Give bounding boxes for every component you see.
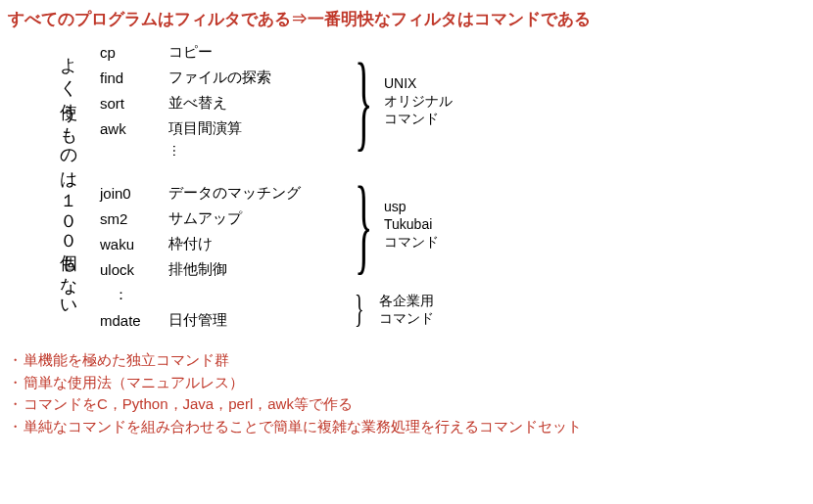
brace-group-usp: } usp Tukubai コマンド — [355, 161, 453, 287]
vertical-dots-icon: … — [100, 144, 186, 163]
label-line: 各企業用 — [379, 292, 434, 309]
bullet-item: ・ コマンドをC，Python，Java，perl，awk等で作る — [8, 393, 805, 416]
brace-icon: } — [355, 53, 365, 150]
bullet-mark-icon: ・ — [8, 416, 24, 438]
label-line: Tukubai — [384, 215, 439, 233]
command-desc: 枠付け — [168, 235, 335, 253]
command-column: cp コピー find ファイルの探索 sort 並べ替え awk 項目間演算 … — [100, 40, 335, 332]
command-row: join0 データのマッチング — [100, 181, 335, 205]
group-label: UNIX オリジナル コマンド — [384, 74, 453, 128]
command-desc: 並べ替え — [168, 94, 335, 113]
bullet-text: コマンドをC，Python，Java，perl，awk等で作る — [24, 393, 353, 416]
brace-icon: } — [355, 176, 365, 273]
colon-icon: ： — [100, 286, 182, 304]
bullet-item: ・ 簡単な使用法（マニュアルレス） — [8, 372, 805, 394]
label-line: usp — [384, 198, 439, 215]
bullet-item: ・ 単機能を極めた独立コマンド群 — [8, 349, 805, 372]
bullet-mark-icon: ・ — [8, 393, 24, 416]
bullet-text: 単機能を極めた独立コマンド群 — [24, 349, 229, 372]
command-name: waku — [100, 236, 168, 252]
command-desc: 排他制御 — [168, 260, 335, 279]
brace-icon: } — [355, 294, 367, 325]
command-row: find ファイルの探索 — [100, 66, 335, 89]
command-desc: データのマッチング — [168, 184, 335, 203]
command-name: join0 — [100, 185, 168, 202]
command-row: ulock 排他制御 — [100, 257, 335, 281]
brace-group-enterprise: } 各企業用 コマンド — [355, 293, 453, 326]
label-line: コマンド — [384, 110, 453, 127]
command-name: mdate — [100, 312, 168, 329]
ellipsis-row: ： — [100, 283, 335, 306]
command-row: awk 項目間演算 — [100, 116, 335, 140]
command-row: waku 枠付け — [100, 232, 335, 255]
command-name: find — [100, 69, 168, 86]
slide-title: すべてのプログラムはフィルタである⇒一番明快なフィルタはコマンドである — [8, 8, 805, 30]
label-line: コマンド — [384, 233, 439, 251]
vertical-caption: よく使うものは１００個もない — [57, 40, 80, 310]
command-row: mdate 日付管理 — [100, 308, 335, 332]
brace-group-unix: } UNIX オリジナル コマンド — [355, 40, 453, 161]
command-desc: ファイルの探索 — [168, 69, 335, 87]
command-name: cp — [100, 44, 168, 61]
group-label: 各企業用 コマンド — [379, 292, 434, 327]
bullet-list: ・ 単機能を極めた独立コマンド群 ・ 簡単な使用法（マニュアルレス） ・ コマン… — [8, 349, 805, 437]
bullet-text: 簡単な使用法（マニュアルレス） — [24, 372, 244, 394]
brace-column: } UNIX オリジナル コマンド } usp Tukubai コマンド } 各… — [355, 40, 453, 326]
command-name: sort — [100, 95, 168, 112]
command-row: cp コピー — [100, 40, 335, 64]
command-desc: サムアップ — [168, 209, 335, 228]
spacer — [100, 167, 335, 179]
ellipsis-row: … — [100, 142, 335, 165]
command-desc: 日付管理 — [168, 311, 335, 330]
command-desc: 項目間演算 — [168, 119, 335, 138]
command-row: sm2 サムアップ — [100, 206, 335, 230]
command-name: awk — [100, 120, 168, 137]
command-row: sort 並べ替え — [100, 91, 335, 115]
label-line: UNIX — [384, 74, 453, 92]
bullet-mark-icon: ・ — [8, 372, 24, 394]
main-content: よく使うものは１００個もない cp コピー find ファイルの探索 sort … — [57, 40, 805, 332]
bullet-item: ・ 単純なコマンドを組み合わせることで簡単に複雑な業務処理を行えるコマンドセット — [8, 416, 805, 438]
command-desc: コピー — [168, 43, 335, 62]
label-line: コマンド — [379, 309, 434, 327]
group-label: usp Tukubai コマンド — [384, 198, 439, 252]
command-name: sm2 — [100, 210, 168, 227]
label-line: オリジナル — [384, 92, 453, 110]
bullet-text: 単純なコマンドを組み合わせることで簡単に複雑な業務処理を行えるコマンドセット — [24, 416, 582, 438]
bullet-mark-icon: ・ — [8, 349, 24, 372]
command-name: ulock — [100, 261, 168, 278]
